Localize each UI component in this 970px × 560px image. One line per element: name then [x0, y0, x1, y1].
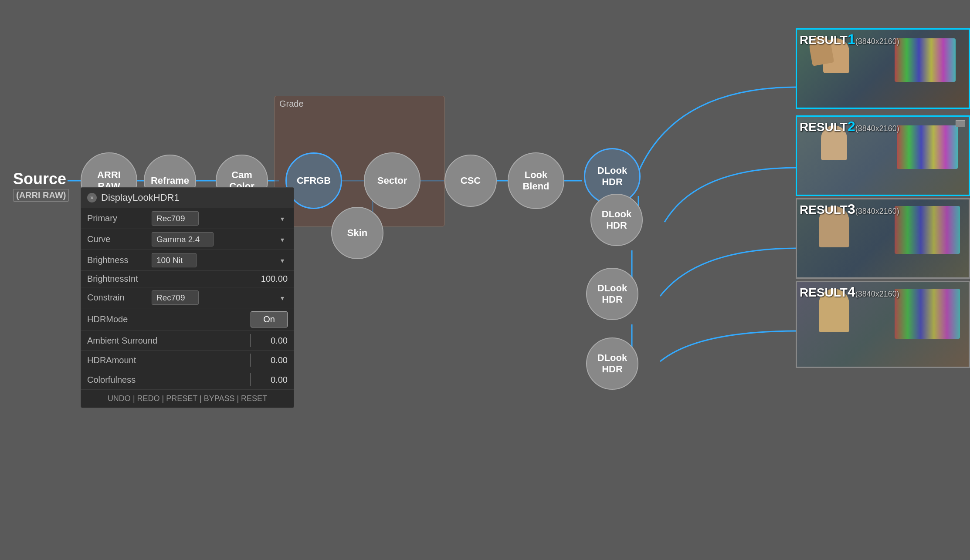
node-dlook-hdr-4[interactable]: DLookHDR [586, 337, 638, 390]
node-sector[interactable]: Sector [364, 152, 421, 209]
colorfulness-value[interactable]: 0.00 [253, 375, 288, 385]
constrain-dropdown[interactable]: Rec709 [152, 290, 199, 305]
result-2-label: RESULT2(3840x2160) [800, 118, 899, 135]
panel-row-colorfulness: Colorfulness 0.00 [81, 370, 294, 390]
redo-btn[interactable]: REDO [137, 394, 160, 403]
brightness-label: Brightness [87, 255, 148, 265]
brightness-dropdown-wrap[interactable]: 100 Nit [152, 253, 288, 267]
result-3-label: RESULT3(3840x2160) [800, 201, 899, 217]
primary-label: Primary [87, 213, 148, 223]
hdr-mode-toggle[interactable]: On [251, 311, 288, 327]
result-panel-4: RESULT4(3840x2160) [796, 281, 970, 368]
undo-btn[interactable]: UNDO [108, 394, 131, 403]
panel-close-button[interactable]: × [87, 193, 97, 202]
brightness-dropdown[interactable]: 100 Nit [152, 253, 197, 267]
node-dlook-hdr-3[interactable]: DLookHDR [586, 268, 638, 320]
result-panel-2: RESULT2(3840x2160) [796, 115, 970, 196]
panel-row-curve: Curve Gamma 2.4 [81, 229, 294, 250]
display-look-hdr-panel: × DisplayLookHDR1 Primary Rec709 Curve G… [81, 187, 294, 408]
result-1-label: RESULT1(3840x2160) [800, 31, 899, 47]
panel-row-hdr-mode: HDRMode On [81, 308, 294, 331]
curve-dropdown[interactable]: Gamma 2.4 [152, 232, 214, 246]
bypass-btn[interactable]: BYPASS [204, 394, 235, 403]
result-panel-3: RESULT3(3840x2160) [796, 198, 970, 279]
panel-row-hdr-amount: HDRAmount 0.00 [81, 351, 294, 370]
node-csc[interactable]: CSC [444, 155, 497, 207]
result-2-badge [956, 120, 965, 127]
ambient-surround-value[interactable]: 0.00 [253, 336, 288, 346]
panel-title: DisplayLookHDR1 [101, 192, 180, 203]
ambient-surround-label: Ambient Surround [87, 336, 248, 346]
canvas: Source (ARRI RAW) Grade ARRIRAW Reframe … [0, 0, 970, 560]
hdr-amount-value[interactable]: 0.00 [253, 355, 288, 365]
result-4-label: RESULT4(3840x2160) [800, 284, 899, 300]
panel-row-brightness-int: BrightnessInt 100.00 [81, 271, 294, 287]
source-node: Source (ARRI RAW) [13, 170, 69, 202]
panel-footer: UNDO | REDO | PRESET | BYPASS | RESET [81, 390, 294, 408]
preset-btn[interactable]: PRESET [166, 394, 197, 403]
curve-dropdown-wrap[interactable]: Gamma 2.4 [152, 232, 288, 246]
panel-row-primary: Primary Rec709 [81, 208, 294, 229]
hdr-amount-label: HDRAmount [87, 355, 248, 365]
node-look-blend[interactable]: LookBlend [508, 152, 564, 209]
panel-row-brightness: Brightness 100 Nit [81, 250, 294, 271]
primary-dropdown-wrap[interactable]: Rec709 [152, 211, 288, 226]
brightness-int-label: BrightnessInt [87, 274, 253, 284]
node-skin[interactable]: Skin [331, 207, 383, 259]
hdr-mode-label: HDRMode [87, 314, 148, 324]
curve-label: Curve [87, 234, 148, 244]
source-title: Source [13, 170, 69, 188]
grade-box-label: Grade [275, 96, 444, 111]
result-panel-1: RESULT1(3840x2160) [796, 28, 970, 109]
panel-row-ambient-surround: Ambient Surround 0.00 [81, 331, 294, 351]
constrain-label: Constrain [87, 293, 148, 303]
reset-btn[interactable]: RESET [241, 394, 267, 403]
node-dlook-hdr-2[interactable]: DLookHDR [590, 194, 643, 246]
brightness-int-value[interactable]: 100.00 [253, 274, 288, 284]
source-subtitle: (ARRI RAW) [13, 189, 69, 202]
constrain-dropdown-wrap[interactable]: Rec709 [152, 290, 288, 305]
panel-header: × DisplayLookHDR1 [81, 188, 294, 208]
primary-dropdown[interactable]: Rec709 [152, 211, 199, 226]
panel-row-constrain: Constrain Rec709 [81, 287, 294, 308]
colorfulness-label: Colorfulness [87, 375, 248, 385]
